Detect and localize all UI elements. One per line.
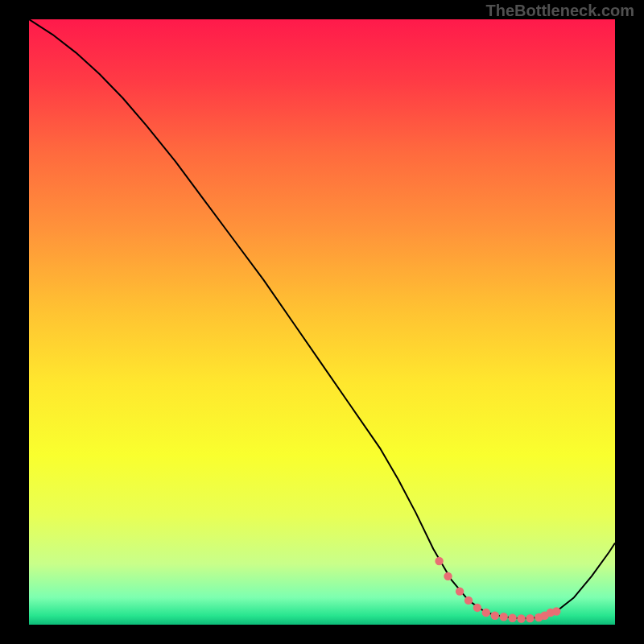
marker-dot: [473, 604, 481, 612]
gradient-background: [29, 19, 615, 625]
marker-dot: [526, 614, 534, 622]
marker-dot: [482, 609, 490, 617]
marker-dot: [444, 572, 452, 580]
marker-dot: [508, 614, 516, 622]
chart-area: [29, 19, 615, 625]
marker-dot: [517, 614, 525, 622]
marker-dot: [499, 613, 507, 621]
marker-dot: [456, 587, 464, 595]
marker-dot: [435, 557, 443, 565]
watermark-text: TheBottleneck.com: [486, 2, 634, 20]
marker-dot: [464, 597, 473, 605]
chart-svg: [29, 19, 615, 625]
marker-dot: [491, 612, 499, 620]
marker-dot: [552, 607, 560, 615]
